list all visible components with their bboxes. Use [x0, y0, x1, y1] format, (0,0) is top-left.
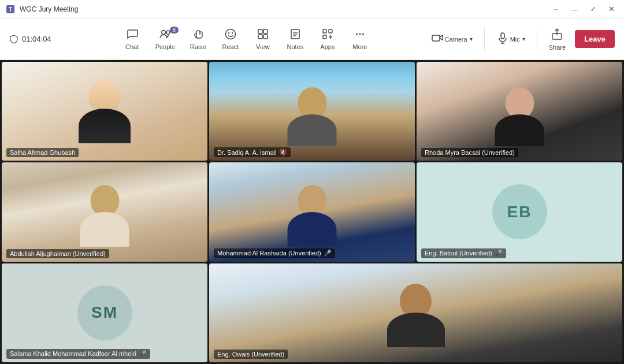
- sadiq-name: Dr. Sadiq A. A. Ismail: [217, 149, 277, 156]
- camera-arrow: ▾: [470, 36, 473, 42]
- svg-point-19: [359, 34, 361, 35]
- name-tag-mohammad: Mohammad Al Rashaida (Unverified) 🎤: [214, 248, 335, 258]
- name-tag-batoul: Eng. Batoul (Unverified) 🎤: [421, 248, 506, 258]
- svg-point-3: [166, 31, 170, 34]
- video-tile-salama: SM Salama Khalid Mohammad Kadfoor Al mhe…: [2, 263, 207, 362]
- camera-label: Camera: [445, 36, 467, 43]
- window-title: WGC Jury Meeting: [20, 5, 548, 13]
- svg-rect-17: [323, 35, 326, 39]
- svg-point-18: [356, 34, 358, 35]
- restore-btn[interactable]: ⤢: [585, 3, 601, 15]
- name-tag-abdullah: Abdullah Aljughaiman (Unverified): [6, 249, 109, 258]
- svg-point-6: [232, 32, 233, 34]
- mic-button[interactable]: Mic ▾: [491, 28, 531, 50]
- mohammad-mute-icon: 🎤: [324, 250, 332, 257]
- raise-btn-wrap: Raise: [183, 24, 213, 54]
- svg-point-2: [161, 31, 165, 35]
- mic-icon: [496, 32, 509, 47]
- window-controls: ··· — ⤢ ✕: [548, 3, 619, 15]
- chat-btn-wrap: Chat: [117, 24, 147, 54]
- react-label: React: [222, 43, 239, 50]
- share-label: Share: [549, 44, 566, 51]
- name-tag-rhoda: Rhoda Myra Bacsal (Unverified): [421, 148, 518, 157]
- meeting-timer: 01:04:04: [9, 35, 67, 44]
- svg-rect-9: [258, 35, 262, 39]
- salama-name: Salama Khalid Mohammad Kadfoor Al mheiri: [10, 350, 136, 357]
- teams-logo: T: [5, 3, 16, 15]
- react-btn-wrap: React: [216, 24, 246, 54]
- view-btn-wrap: View: [248, 24, 278, 54]
- people-button[interactable]: People 8: [150, 24, 181, 54]
- raise-label: Raise: [190, 43, 206, 50]
- more-icon: [354, 28, 366, 42]
- camera-button[interactable]: Camera ▾: [425, 28, 478, 50]
- salama-avatar: SM: [77, 285, 132, 340]
- rhoda-name: Rhoda Myra Bacsal (Unverified): [425, 149, 515, 156]
- svg-rect-8: [263, 29, 268, 34]
- apps-btn-wrap: Apps: [313, 24, 343, 54]
- svg-text:T: T: [9, 6, 12, 13]
- raise-icon: [192, 28, 205, 42]
- video-tile-mohammad: Mohammad Al Rashaida (Unverified) 🎤: [209, 162, 415, 261]
- more-btn-wrap: More: [345, 24, 375, 54]
- svg-rect-7: [258, 29, 262, 34]
- close-btn[interactable]: ✕: [603, 3, 619, 15]
- timer-display: 01:04:04: [22, 35, 51, 43]
- notes-icon: [289, 28, 302, 42]
- leave-button[interactable]: Leave: [575, 30, 615, 48]
- svg-rect-16: [329, 29, 332, 33]
- video-grid: Salha Ahmad Ghubash Dr. Sadiq A. A. Isma…: [0, 60, 624, 364]
- video-tile-owais: Eng. Owais (Unverified): [209, 263, 622, 362]
- view-label: View: [256, 43, 270, 50]
- abdullah-name: Abdullah Aljughaiman (Unverified): [10, 250, 106, 257]
- name-tag-salama: Salama Khalid Mohammad Kadfoor Al mheiri…: [6, 349, 150, 359]
- notes-btn-wrap: Notes: [280, 24, 310, 54]
- salama-mute-icon: 🎤: [139, 350, 147, 358]
- more-button[interactable]: More: [345, 24, 375, 54]
- react-icon: [224, 28, 237, 42]
- apps-button[interactable]: Apps: [313, 24, 343, 54]
- title-bar: T WGC Jury Meeting ··· — ⤢ ✕: [0, 0, 624, 18]
- name-tag-sadiq: Dr. Sadiq A. A. Ismail 🔇: [214, 147, 291, 157]
- people-btn-wrap: People 8: [150, 24, 181, 54]
- apps-icon: [321, 28, 334, 42]
- chat-button[interactable]: Chat: [117, 24, 147, 54]
- batoul-name: Eng. Batoul (Unverified): [425, 250, 492, 257]
- share-button[interactable]: Share: [543, 24, 571, 54]
- notes-button[interactable]: Notes: [280, 24, 310, 54]
- react-button[interactable]: React: [216, 24, 246, 54]
- right-tools: Camera ▾ Mic ▾: [425, 24, 615, 54]
- sadiq-mute-icon: 🔇: [279, 148, 287, 156]
- salha-name: Salha Ahmad Ghubash: [10, 149, 75, 156]
- owais-name: Eng. Owais (Unverified): [217, 351, 284, 358]
- toolbar: 01:04:04 Chat: [0, 18, 624, 60]
- video-tile-abdullah: Abdullah Aljughaiman (Unverified): [2, 162, 207, 261]
- minimize-btn[interactable]: —: [566, 3, 582, 15]
- svg-rect-10: [263, 35, 268, 39]
- name-tag-salha: Salha Ahmad Ghubash: [6, 148, 79, 157]
- name-tag-owais: Eng. Owais (Unverified): [214, 350, 288, 359]
- svg-rect-22: [501, 33, 504, 39]
- video-tile-rhoda: Rhoda Myra Bacsal (Unverified): [417, 62, 622, 161]
- notes-label: Notes: [287, 43, 304, 50]
- camera-icon: [431, 32, 444, 47]
- svg-rect-21: [432, 35, 440, 41]
- video-tile-batoul: EB Eng. Batoul (Unverified) 🎤: [417, 162, 622, 261]
- raise-button[interactable]: Raise: [183, 24, 213, 54]
- toolbar-divider2: [537, 28, 537, 51]
- more-options-btn[interactable]: ···: [548, 3, 564, 15]
- svg-rect-15: [323, 29, 326, 33]
- mic-arrow: ▾: [522, 36, 525, 42]
- svg-point-20: [362, 34, 364, 35]
- svg-point-5: [228, 32, 229, 34]
- chat-icon: [126, 28, 139, 42]
- batoul-avatar: EB: [492, 184, 547, 239]
- view-button[interactable]: View: [248, 24, 278, 54]
- mohammad-name: Mohammad Al Rashaida (Unverified): [217, 250, 321, 257]
- video-tile-sadiq: Dr. Sadiq A. A. Ismail 🔇: [209, 62, 415, 161]
- batoul-mute-icon: 🎤: [495, 250, 503, 257]
- video-tile-salha: Salha Ahmad Ghubash: [2, 62, 207, 161]
- center-tools: Chat People 8: [67, 24, 425, 54]
- shield-icon: [9, 35, 18, 44]
- toolbar-divider1: [484, 28, 485, 51]
